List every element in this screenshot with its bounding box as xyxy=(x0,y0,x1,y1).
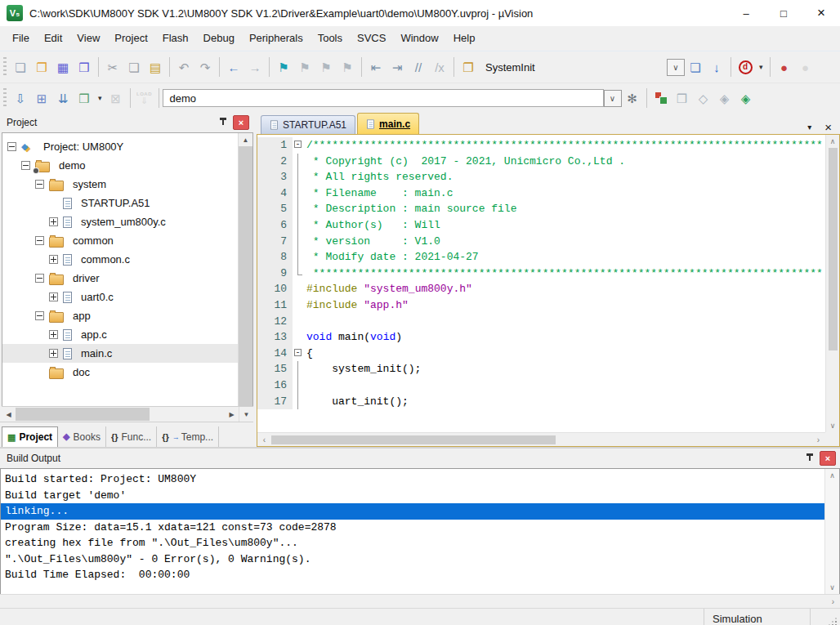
minimize-button[interactable]: – xyxy=(727,0,765,26)
build-line[interactable]: linking... xyxy=(1,503,824,520)
expander-plus-icon[interactable] xyxy=(49,217,58,226)
indent-icon[interactable]: ⇥ xyxy=(386,56,408,78)
tree-node-driver[interactable]: driver xyxy=(2,269,238,288)
menu-view[interactable]: View xyxy=(69,29,107,47)
new-file-icon[interactable]: ❏ xyxy=(10,56,31,78)
bookmark-next-icon[interactable]: ⚑ xyxy=(315,56,337,78)
tree-node-demo[interactable]: demo xyxy=(2,156,238,175)
tree-node-doc[interactable]: doc xyxy=(2,363,238,382)
bookmark-previous-icon[interactable]: ⚑ xyxy=(294,56,315,78)
menu-window[interactable]: Window xyxy=(393,29,445,47)
tab-main-c[interactable]: main.c xyxy=(357,113,419,134)
panel-close-icon[interactable]: × xyxy=(233,115,249,130)
scroll-down-icon[interactable]: ∨ xyxy=(826,419,839,432)
save-all-icon[interactable]: ❒ xyxy=(74,56,95,78)
unindent-icon[interactable]: ⇤ xyxy=(365,56,386,78)
find-in-files-icon[interactable]: ❐ xyxy=(458,56,479,78)
tab-startup-a51[interactable]: STARTUP.A51 xyxy=(261,115,355,134)
scroll-down-icon[interactable]: ▼ xyxy=(239,407,253,422)
menu-svcs[interactable]: SVCS xyxy=(350,29,393,47)
build-line[interactable]: Build Time Elapsed: 00:00:00 xyxy=(1,567,824,583)
multi-project-icon[interactable]: ❒ xyxy=(672,87,693,109)
download-icon[interactable]: LOAD⇓ xyxy=(134,87,155,109)
menu-peripherals[interactable]: Peripherals xyxy=(242,29,311,47)
tree-node-main-c[interactable]: main.c xyxy=(2,344,238,363)
comment-selection-icon[interactable]: // xyxy=(408,56,429,78)
navigate-back-icon[interactable]: ← xyxy=(223,56,244,78)
pin-icon[interactable] xyxy=(217,116,230,129)
fold-collapse-icon[interactable] xyxy=(293,346,305,362)
scroll-down-icon[interactable]: ∨ xyxy=(825,581,839,594)
bookmark-clear-icon[interactable]: ⚑ xyxy=(337,56,358,78)
build-line[interactable]: creating hex file from ".\Out_Files\um80… xyxy=(1,535,824,551)
scroll-right-icon[interactable]: › xyxy=(811,433,825,446)
close-button[interactable]: × xyxy=(802,0,840,26)
scroll-up-icon[interactable]: ▲ xyxy=(239,133,252,146)
maximize-button[interactable]: □ xyxy=(765,0,802,26)
build-line[interactable]: ".\Out_Files\um800y" - 0 Error(s), 0 War… xyxy=(1,551,824,568)
cut-icon[interactable]: ✂ xyxy=(102,56,123,78)
fold-collapse-icon[interactable] xyxy=(293,137,305,154)
disable-breakpoint-icon[interactable]: ● xyxy=(795,56,816,78)
search-combo-dropdown[interactable]: ∨ xyxy=(667,59,685,76)
pack-installer-icon[interactable]: ◈ xyxy=(735,87,757,109)
tree-node-common-c[interactable]: common.c xyxy=(2,250,238,269)
undo-icon[interactable]: ↶ xyxy=(173,56,194,78)
scrollbar-thumb[interactable] xyxy=(239,146,252,406)
menu-file[interactable]: File xyxy=(5,29,37,47)
pin-icon[interactable] xyxy=(803,452,816,465)
find-icon[interactable]: ❏ xyxy=(685,56,706,78)
options-for-target-icon[interactable]: ✻ xyxy=(622,87,643,109)
target-select-combo[interactable]: demo xyxy=(163,89,604,107)
code-editor[interactable]: 1/**************************************… xyxy=(257,135,825,432)
rebuild-all-icon[interactable]: ⇊ xyxy=(52,87,74,109)
scroll-right-icon[interactable]: ▶ xyxy=(225,407,239,422)
menu-edit[interactable]: Edit xyxy=(37,29,69,47)
resize-grip-icon[interactable] xyxy=(827,609,840,625)
batch-build-dropdown-caret[interactable]: ▾ xyxy=(98,94,102,102)
build-vertical-scrollbar[interactable]: ∧ ∨ xyxy=(824,469,839,594)
build-line[interactable]: Program Size: data=15.1 xdata=121 const=… xyxy=(1,520,824,536)
scrollbar-thumb[interactable] xyxy=(16,408,150,421)
expander-plus-icon[interactable] xyxy=(49,255,58,264)
bookmark-toggle-icon[interactable]: ⚑ xyxy=(273,56,294,78)
expander-minus-icon[interactable] xyxy=(7,142,16,151)
batch-build-icon[interactable]: ❒ xyxy=(74,87,95,109)
expander-minus-icon[interactable] xyxy=(35,180,44,189)
open-file-icon[interactable]: ❐ xyxy=(31,56,52,78)
expander-minus-icon[interactable] xyxy=(35,274,44,283)
build-horizontal-scrollbar[interactable]: › xyxy=(0,594,840,608)
scroll-up-icon[interactable]: ∧ xyxy=(825,469,839,482)
target-combo-dropdown[interactable]: ∨ xyxy=(604,90,622,107)
start-stop-debug-icon[interactable]: d xyxy=(735,56,756,78)
expander-plus-icon[interactable] xyxy=(49,292,58,301)
scroll-up-icon[interactable]: ∧ xyxy=(826,135,839,148)
menu-debug[interactable]: Debug xyxy=(196,29,242,47)
expander-plus-icon[interactable] xyxy=(49,330,58,339)
build-line[interactable]: Build target 'demo' xyxy=(1,488,824,504)
toolbar-grip[interactable] xyxy=(3,57,7,77)
editor-horizontal-scrollbar[interactable]: ‹ › xyxy=(257,432,825,446)
redo-icon[interactable]: ↷ xyxy=(194,56,216,78)
expander-minus-icon[interactable] xyxy=(35,236,44,245)
panel-tab-books[interactable]: ◆Books xyxy=(58,426,106,447)
panel-tab-project[interactable]: ▦Project xyxy=(2,426,58,447)
insert-remove-breakpoint-icon[interactable]: ● xyxy=(774,56,795,78)
scrollbar-thumb[interactable] xyxy=(829,148,838,350)
navigate-forward-icon[interactable]: → xyxy=(244,56,266,78)
scroll-left-icon[interactable]: ◀ xyxy=(2,407,16,422)
tree-node-app-c[interactable]: app.c xyxy=(2,325,238,344)
tree-node-uart0-c[interactable]: uart0.c xyxy=(2,288,238,306)
stop-build-icon[interactable]: ⊠ xyxy=(105,87,127,109)
tree-node-common[interactable]: common xyxy=(2,231,238,250)
panel-tab-func[interactable]: {}Func... xyxy=(106,426,157,447)
scrollbar-track[interactable] xyxy=(16,407,225,422)
menu-project[interactable]: Project xyxy=(107,29,154,47)
expander-minus-icon[interactable] xyxy=(21,161,30,170)
tree-vertical-scrollbar[interactable]: ▲ xyxy=(238,133,252,406)
debug-dropdown-caret[interactable]: ▾ xyxy=(759,63,763,71)
menu-help[interactable]: Help xyxy=(446,29,483,47)
manage-components-icon[interactable]: ◇ xyxy=(693,87,714,109)
expander-minus-icon[interactable] xyxy=(35,311,44,320)
build-output-log[interactable]: Build started: Project: UM800YBuild targ… xyxy=(1,469,824,594)
